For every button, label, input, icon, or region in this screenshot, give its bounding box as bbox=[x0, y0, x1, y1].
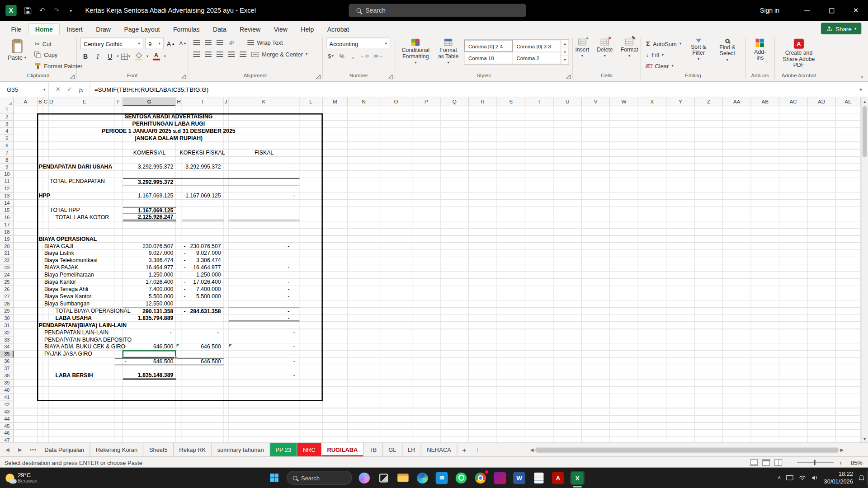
scroll-right-arrow[interactable]: ▶ bbox=[840, 447, 844, 452]
autosum-button[interactable]: ΣAutoSum▾ bbox=[644, 39, 683, 49]
adobe-icon[interactable]: A bbox=[551, 470, 565, 485]
page-break-view-icon[interactable] bbox=[774, 459, 782, 466]
column-header-X[interactable]: X bbox=[638, 98, 666, 107]
vertical-scroll-thumb[interactable] bbox=[863, 106, 867, 157]
notepad-icon[interactable] bbox=[532, 470, 546, 485]
column-header-AD[interactable]: AD bbox=[808, 98, 836, 107]
sheet-tab-rekap-rk[interactable]: Rekap RK bbox=[174, 443, 212, 456]
increase-font-size-button[interactable]: A▲ bbox=[165, 38, 176, 49]
gallery-up-arrow[interactable]: ▲ bbox=[561, 40, 569, 48]
sheet-tab-sheet5[interactable]: Sheet5 bbox=[144, 443, 174, 456]
column-header-G[interactable]: G bbox=[123, 98, 176, 107]
cell-I23[interactable]: 16.464.977- bbox=[182, 264, 224, 272]
word-icon[interactable]: W bbox=[512, 470, 527, 485]
borders-button[interactable]: ▾ bbox=[120, 51, 131, 62]
cell-C34[interactable]: BIAYA ADM, BUKU CEK & GIRO bbox=[43, 343, 49, 351]
accounting-format-button[interactable]: $▾ bbox=[326, 51, 335, 61]
cell-K30[interactable]: - bbox=[229, 315, 300, 322]
cell-I29[interactable]: 284.631.358- bbox=[182, 308, 224, 315]
all-sheets-button[interactable]: ⋮ bbox=[472, 443, 484, 456]
row-header-14[interactable]: 14 bbox=[0, 200, 14, 207]
ribbon-tab-formulas[interactable]: Formulas bbox=[166, 24, 206, 36]
title-search[interactable]: Search bbox=[349, 4, 526, 17]
cell-C21[interactable]: Biaya Listrik bbox=[43, 250, 49, 257]
cell-G30[interactable]: 1.835.794.889 bbox=[123, 315, 176, 322]
cell-K36[interactable]: - bbox=[229, 358, 300, 365]
column-header-M[interactable]: M bbox=[323, 98, 348, 107]
gallery-down-arrow[interactable]: ▼ bbox=[561, 48, 569, 56]
cell-K33[interactable]: - bbox=[229, 336, 300, 343]
font-color-button[interactable]: A bbox=[150, 51, 162, 62]
copilot-icon[interactable] bbox=[357, 470, 372, 485]
sign-in-button[interactable]: Sign in bbox=[760, 7, 779, 14]
column-header-P[interactable]: P bbox=[412, 98, 440, 107]
font-dialog-launcher[interactable] bbox=[182, 75, 186, 79]
bold-button[interactable]: B bbox=[80, 51, 91, 62]
cell-G11[interactable]: 3.292.995.372 bbox=[123, 178, 176, 185]
column-header-AC[interactable]: AC bbox=[779, 98, 807, 107]
minimize-button[interactable] bbox=[795, 0, 819, 21]
cell-I25[interactable]: 17.026.400- bbox=[182, 279, 224, 286]
row-header-24[interactable]: 24 bbox=[0, 272, 14, 279]
column-header-F[interactable]: F bbox=[115, 98, 123, 107]
cell-G36[interactable]: 646.500- bbox=[123, 358, 176, 365]
orientation-button[interactable]: ab bbox=[226, 38, 236, 47]
more-sheets-button[interactable]: ••• bbox=[28, 443, 39, 456]
cell-G27[interactable]: 5.500.000 bbox=[123, 293, 176, 300]
cell-B19[interactable]: BIAYA OPERASIONAL bbox=[38, 236, 43, 243]
column-header-R[interactable]: R bbox=[469, 98, 497, 107]
row-header-6[interactable]: 6 bbox=[0, 142, 14, 150]
cell-K34[interactable]: - bbox=[229, 343, 300, 351]
decrease-indent-button[interactable] bbox=[226, 49, 236, 59]
row-header-3[interactable]: 3 bbox=[0, 121, 14, 128]
ribbon-tab-page-layout[interactable]: Page Layout bbox=[118, 24, 166, 36]
row-header-42[interactable]: 42 bbox=[0, 401, 14, 408]
sheet-tab-data-penjualan[interactable]: Data Penjualan bbox=[39, 443, 90, 456]
start-button[interactable] bbox=[267, 470, 282, 485]
cell-I11[interactable] bbox=[182, 178, 224, 185]
cell-K24[interactable]: - bbox=[229, 272, 300, 279]
customize-qat-button[interactable]: ▾ bbox=[64, 4, 77, 17]
row-header-11[interactable]: 11 bbox=[0, 178, 14, 185]
ribbon-tab-insert[interactable]: Insert bbox=[60, 24, 90, 36]
zoom-in-button[interactable]: + bbox=[838, 459, 844, 466]
row-header-28[interactable]: 28 bbox=[0, 300, 14, 308]
sheet-tab-tb[interactable]: TB bbox=[364, 443, 383, 456]
copy-button[interactable]: Copy bbox=[33, 50, 84, 60]
cell-I33[interactable]: - bbox=[182, 336, 224, 343]
ribbon-tab-help[interactable]: Help bbox=[294, 24, 321, 36]
cell-style-option[interactable]: Comma 2 bbox=[513, 52, 561, 64]
row-header-44[interactable]: 44 bbox=[0, 416, 14, 423]
volume-icon[interactable] bbox=[812, 475, 819, 481]
decrease-font-size-button[interactable]: A▼ bbox=[178, 38, 188, 49]
cell-G16[interactable]: 2.125.926.247 bbox=[123, 214, 176, 221]
row-header-7[interactable]: 7 bbox=[0, 150, 14, 157]
cell-I36[interactable]: 646.500 bbox=[182, 358, 224, 365]
font-family-select[interactable]: Century Gothic▾ bbox=[80, 38, 144, 49]
cell-G22[interactable]: 3.386.474 bbox=[123, 257, 176, 264]
row-header-16[interactable]: 16 bbox=[0, 214, 14, 221]
create-share-pdf-button[interactable]: A Create and Share Adobe PDF bbox=[778, 38, 820, 69]
cell-I21[interactable]: 9.027.000- bbox=[182, 250, 224, 257]
column-header-V[interactable]: V bbox=[582, 98, 610, 107]
sheet-tab-lr[interactable]: LR bbox=[402, 443, 421, 456]
row-header-9[interactable]: 9 bbox=[0, 164, 14, 171]
cell-K29[interactable]: - bbox=[229, 308, 300, 315]
cell-B4[interactable]: PERIODE 1 JANUARI 2025 s.d 31 DESEMBER 2… bbox=[38, 128, 299, 135]
cell-C33[interactable]: PENDAPATAN BUNGA DEPOSITO bbox=[43, 336, 49, 343]
scroll-left-arrow[interactable]: ◀ bbox=[530, 447, 534, 452]
format-cells-button[interactable]: ✎ Format ▾ bbox=[618, 38, 641, 59]
underline-button[interactable]: U bbox=[104, 51, 115, 62]
cell-I24[interactable]: 1.250.000- bbox=[182, 272, 224, 279]
maximize-button[interactable] bbox=[819, 0, 844, 21]
align-center-button[interactable] bbox=[203, 49, 213, 59]
cell-J11[interactable] bbox=[224, 178, 229, 185]
mail-icon[interactable]: ✉ bbox=[434, 470, 449, 485]
cell-C23[interactable]: BIAYA PAJAK bbox=[43, 264, 49, 272]
weather-widget[interactable]: 29°C Berawan bbox=[5, 468, 37, 488]
column-header-Q[interactable]: Q bbox=[441, 98, 469, 107]
cell-K9[interactable]: - bbox=[229, 164, 300, 171]
cell-I9[interactable]: 3.292.995.372- bbox=[182, 164, 224, 171]
increase-indent-button[interactable] bbox=[238, 49, 248, 59]
chrome-icon[interactable] bbox=[473, 470, 488, 485]
